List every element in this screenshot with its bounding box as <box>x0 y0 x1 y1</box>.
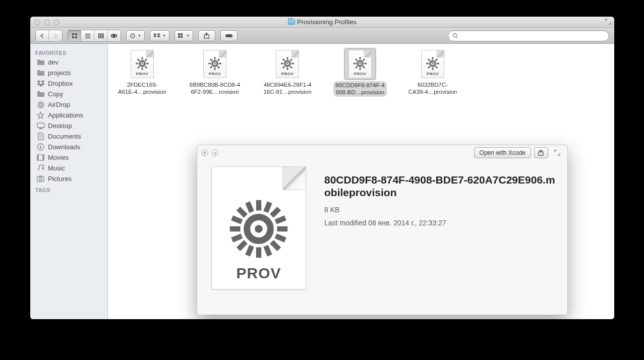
svg-rect-42 <box>146 63 149 65</box>
svg-point-68 <box>359 63 361 64</box>
quicklook-modified: Last modified 08 янв. 2014 г., 22:33:27 <box>324 219 557 227</box>
folder-icon <box>36 69 45 77</box>
coverflow-view-button[interactable] <box>107 30 121 41</box>
svg-rect-70 <box>360 68 361 70</box>
file-item[interactable]: PROV6032BD7C-CA39-4…provision <box>403 49 462 97</box>
quicklook-preview-icon: PROV <box>211 166 306 289</box>
tags-button[interactable] <box>220 30 238 41</box>
sidebar-item-dropbox[interactable]: Dropbox <box>30 78 107 89</box>
svg-rect-18 <box>181 36 183 38</box>
search-input[interactable] <box>460 32 605 39</box>
titlebar: Provisioning Profiles <box>30 17 614 28</box>
file-item[interactable]: PROV48C694E6-28F1-416C-91…provision <box>258 49 317 97</box>
list-view-button[interactable] <box>81 30 94 41</box>
column-view-button[interactable] <box>94 30 107 41</box>
sidebar-item-label: Downloads <box>48 143 80 151</box>
action-menu-button[interactable]: ▼ <box>126 30 145 41</box>
prov-label: PROV <box>136 72 149 76</box>
svg-point-14 <box>132 35 133 36</box>
sidebar-item-label: projects <box>48 69 71 77</box>
file-icon: PROV <box>127 49 157 79</box>
quicklook-header: ✕ ＋ Open with Xcode <box>197 145 567 160</box>
svg-rect-10 <box>111 34 112 37</box>
file-item[interactable]: PROV2FDEC169-A61E-4…provision <box>113 49 171 97</box>
svg-rect-50 <box>214 68 216 70</box>
file-item[interactable]: PROV80CDD9F8-874F-4908-BD…provision <box>331 49 389 97</box>
quicklook-panel: ✕ ＋ Open with Xcode <box>197 145 568 315</box>
svg-rect-7 <box>98 33 100 38</box>
sidebar-item-music[interactable]: Music <box>30 163 107 173</box>
window-title: Provisioning Profiles <box>297 18 357 26</box>
search-field[interactable] <box>448 30 609 41</box>
sidebar-item-movies[interactable]: Movies <box>30 152 107 163</box>
svg-rect-8 <box>100 33 102 38</box>
file-icon: PROV <box>345 49 375 79</box>
quicklook-close-button[interactable]: ✕ <box>201 149 208 156</box>
toolbar: ▼ ▼ ▼ <box>30 28 614 44</box>
sidebar-item-projects[interactable]: projects <box>30 68 107 78</box>
arrange-menu-button[interactable]: ▼ <box>174 30 193 41</box>
svg-rect-94 <box>270 207 281 218</box>
finder-window: Provisioning Profiles <box>30 17 614 319</box>
prov-label: PROV <box>427 72 439 76</box>
sidebar-item-airdrop[interactable]: AirDrop <box>30 99 107 110</box>
icon-view-button[interactable] <box>68 30 81 41</box>
view-mode-buttons <box>68 30 121 42</box>
svg-point-21 <box>453 33 457 37</box>
quicklook-fullscreen-button[interactable] <box>551 147 563 158</box>
svg-rect-40 <box>142 68 143 70</box>
svg-rect-95 <box>237 240 248 251</box>
sidebar-item-downloads[interactable]: Downloads <box>30 142 107 152</box>
folder-icon <box>36 90 45 98</box>
gear-icon <box>226 196 291 262</box>
svg-rect-60 <box>287 68 288 70</box>
dropbox-menu-button[interactable]: ▼ <box>150 30 169 41</box>
fullscreen-icon[interactable] <box>605 19 611 25</box>
sidebar-item-documents[interactable]: Documents <box>30 131 107 142</box>
svg-rect-59 <box>287 57 288 59</box>
window-body: FAVORITES devprojectsDropboxCopyAirDropA… <box>30 44 614 319</box>
svg-rect-33 <box>43 155 44 160</box>
gear-icon <box>280 56 295 71</box>
quicklook-filesize: 8 KB <box>324 206 557 214</box>
sidebar-item-label: Desktop <box>48 122 72 130</box>
file-item[interactable]: PROV6B9BC80B-8CD8-46F2-99E…rovision <box>186 49 244 97</box>
svg-rect-73 <box>363 58 366 62</box>
svg-rect-43 <box>145 58 148 62</box>
nav-buttons <box>35 30 63 42</box>
svg-rect-63 <box>290 58 293 62</box>
svg-point-89 <box>255 225 263 233</box>
gear-icon <box>135 56 149 71</box>
sidebar-item-desktop[interactable]: Desktop <box>30 121 107 131</box>
svg-rect-96 <box>237 207 248 218</box>
svg-rect-74 <box>355 66 358 69</box>
svg-rect-44 <box>137 66 140 69</box>
svg-rect-98 <box>263 201 272 213</box>
close-window-button[interactable] <box>34 19 40 25</box>
forward-button[interactable] <box>49 30 62 41</box>
svg-point-58 <box>286 63 288 64</box>
svg-rect-105 <box>263 245 272 257</box>
svg-rect-4 <box>85 34 90 35</box>
prov-label: PROV <box>281 72 294 76</box>
quicklook-zoom-button[interactable]: ＋ <box>211 149 218 156</box>
open-with-xcode-button[interactable]: Open with Xcode <box>474 147 531 158</box>
file-label: 6B9BC80B-8CD8-46F2-99E…rovision <box>186 81 244 96</box>
minimize-window-button[interactable] <box>44 19 50 25</box>
share-button[interactable] <box>198 30 215 41</box>
file-icon: PROV <box>272 49 303 79</box>
svg-rect-34 <box>37 176 44 182</box>
svg-rect-71 <box>354 63 356 65</box>
folder-icon <box>36 58 45 66</box>
prov-label: PROV <box>354 72 367 76</box>
back-button[interactable] <box>36 30 49 41</box>
sidebar-item-copy[interactable]: Copy <box>30 89 107 99</box>
sidebar-item-dev[interactable]: dev <box>30 57 107 68</box>
zoom-window-button[interactable] <box>53 19 60 25</box>
sidebar-item-applications[interactable]: Applications <box>30 110 107 121</box>
quicklook-share-button[interactable] <box>534 147 548 158</box>
sidebar-item-pictures[interactable]: Pictures <box>30 173 107 184</box>
svg-rect-101 <box>275 233 286 243</box>
music-icon <box>36 164 45 172</box>
svg-line-22 <box>456 37 458 38</box>
